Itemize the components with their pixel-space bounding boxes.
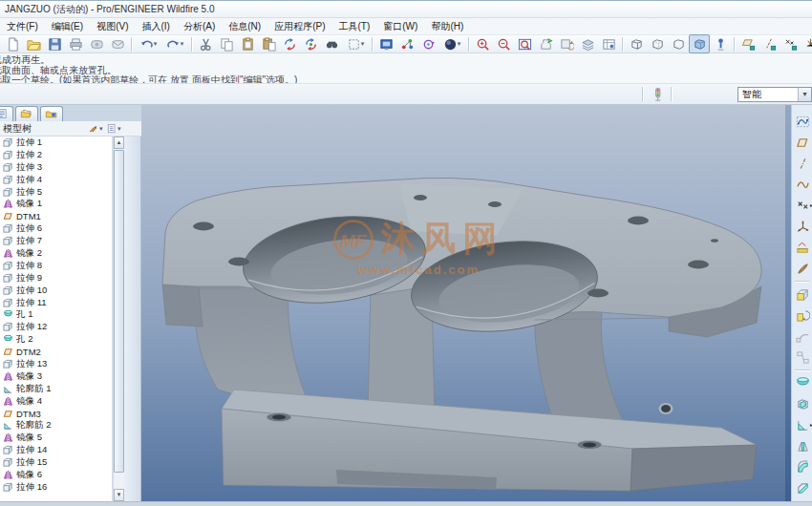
menu-view[interactable]: 视图(V) [90, 18, 135, 34]
viewport-3d[interactable]: MF 沐风网 www.mfcad.com [141, 105, 785, 501]
tree-item[interactable]: 拉伸 11 [0, 297, 112, 309]
auto-regenerate-icon[interactable] [300, 34, 321, 53]
render-style-icon[interactable]: ▾ [438, 34, 465, 53]
menu-applications[interactable]: 应用程序(P) [267, 18, 331, 34]
tree-item[interactable]: 拉伸 15 [0, 456, 112, 469]
menu-help[interactable]: 帮助(H) [424, 18, 470, 34]
navigator-sash[interactable] [124, 105, 141, 501]
tree-item[interactable]: 镜像 5 [0, 432, 112, 444]
display-settings-icon[interactable] [375, 34, 396, 53]
tree-item[interactable]: DTM1 [0, 210, 112, 222]
csys-display-icon[interactable] [801, 34, 812, 53]
tree-item[interactable]: 拉伸 10 [0, 285, 112, 297]
datum-references-icon[interactable] [396, 34, 417, 53]
scrollbar-thumb[interactable] [114, 150, 124, 473]
analysis-measure-icon[interactable] [792, 237, 812, 258]
model-tree-tab[interactable] [0, 106, 13, 121]
datum-point-tool-icon[interactable]: ▸ [792, 195, 812, 216]
round-tool-icon[interactable] [792, 456, 812, 477]
tree-item[interactable]: 镜像 2 [0, 247, 112, 260]
sketch-tool-icon[interactable] [792, 111, 812, 132]
menu-insert[interactable]: 插入(I) [135, 18, 176, 34]
hidden-line-icon[interactable] [647, 34, 668, 53]
spin-center-icon[interactable] [417, 34, 438, 53]
select-box-icon[interactable]: ▾ [342, 34, 369, 53]
repaint-icon[interactable] [535, 34, 556, 53]
tree-item[interactable]: 轮廓筋 1 [0, 383, 112, 395]
layers-icon[interactable] [577, 34, 598, 53]
scroll-up-button[interactable]: ▲ [114, 137, 124, 149]
tree-item[interactable]: 拉伸 12 [0, 321, 112, 333]
shaded-icon[interactable] [689, 34, 710, 53]
datum-curve-tool-icon[interactable] [792, 174, 812, 195]
draft-tool-icon[interactable] [792, 435, 812, 456]
tree-item[interactable]: 镜像 4 [0, 395, 112, 408]
new-file-icon[interactable] [2, 34, 23, 53]
tree-item[interactable]: 拉伸 3 [0, 161, 112, 174]
chamfer-tool-icon[interactable] [792, 477, 812, 498]
cut-icon[interactable] [195, 34, 216, 53]
tree-item[interactable]: 拉伸 6 [0, 222, 112, 235]
regeneration-status-icon[interactable] [651, 87, 666, 102]
tree-item[interactable]: 拉伸 7 [0, 235, 112, 247]
view-manager-icon[interactable] [598, 34, 619, 53]
selection-filter-combo[interactable]: 智能 ▼ [737, 87, 812, 102]
tree-item[interactable]: DTM3 [0, 408, 112, 420]
paste-icon[interactable] [237, 34, 258, 53]
datum-plane-tool-icon[interactable] [792, 132, 812, 153]
open-file-icon[interactable] [23, 34, 44, 53]
model-3d[interactable] [141, 105, 785, 501]
paste-special-icon[interactable] [258, 34, 279, 53]
cosmetic-thread-icon[interactable] [792, 258, 812, 279]
tree-item[interactable]: 拉伸 8 [0, 260, 112, 272]
refit-icon[interactable] [514, 34, 535, 53]
tree-item[interactable]: 拉伸 14 [0, 444, 112, 456]
reorient-icon[interactable] [556, 34, 577, 53]
no-hidden-icon[interactable] [668, 34, 689, 53]
datum-axis-display-icon[interactable] [759, 34, 780, 53]
menu-tools[interactable]: 工具(T) [332, 18, 377, 34]
menu-analysis[interactable]: 分析(A) [177, 18, 222, 34]
tree-item[interactable]: 拉伸 2 [0, 149, 112, 161]
revolve-tool-icon[interactable] [792, 305, 812, 326]
tree-item[interactable]: 镜像 1 [0, 198, 112, 210]
find-icon[interactable] [321, 34, 342, 53]
plot-icon[interactable] [86, 34, 107, 53]
undo-icon[interactable]: ▾ [135, 34, 161, 53]
tree-show-button[interactable]: ▾ [88, 122, 106, 136]
shell-tool-icon[interactable] [792, 393, 812, 414]
tree-item[interactable]: 拉伸 9 [0, 272, 112, 285]
favorites-tab[interactable] [40, 106, 63, 121]
tree-item[interactable]: 拉伸 1 [0, 137, 112, 149]
tree-item[interactable]: 孔 2 [0, 333, 112, 346]
tree-item[interactable]: 拉伸 16 [0, 481, 112, 494]
folder-browser-tab[interactable] [15, 106, 38, 121]
datum-point-display-icon[interactable] [780, 34, 801, 53]
tree-item[interactable]: 镜像 3 [0, 370, 112, 383]
menu-window[interactable]: 窗口(W) [376, 18, 424, 34]
tree-item[interactable]: 轮廓筋 2 [0, 419, 112, 432]
menu-edit[interactable]: 编辑(E) [45, 18, 90, 34]
menu-file[interactable]: 文件(F) [0, 18, 45, 34]
datum-plane-display-icon[interactable] [737, 34, 759, 53]
hole-tool-icon[interactable] [792, 372, 812, 393]
menu-info[interactable]: 信息(N) [222, 18, 267, 34]
extrude-tool-icon[interactable] [792, 284, 812, 305]
scroll-down-button[interactable]: ▼ [114, 489, 124, 501]
sweep-tool-icon[interactable] [792, 326, 812, 347]
wireframe-icon[interactable] [626, 34, 647, 53]
blend-tool-icon[interactable] [792, 347, 812, 368]
tree-item[interactable]: 孔 1 [0, 308, 112, 321]
tree-item[interactable]: 镜像 6 [0, 469, 112, 481]
redo-icon[interactable]: ▾ [161, 34, 188, 53]
tree-item[interactable]: 拉伸 4 [0, 174, 112, 186]
tree-scrollbar[interactable]: ▲ ▼ [113, 137, 124, 501]
tree-item[interactable]: 拉伸 13 [0, 358, 112, 370]
saved-orientations-icon[interactable] [710, 34, 731, 53]
regenerate-icon[interactable] [279, 34, 300, 53]
csys-tool-icon[interactable] [792, 216, 812, 237]
rib-tool-icon[interactable]: ▸ [792, 414, 812, 435]
zoom-out-icon[interactable] [493, 34, 514, 53]
tree-item[interactable]: DTM2 [0, 346, 112, 358]
tree-item[interactable]: 拉伸 5 [0, 186, 112, 199]
